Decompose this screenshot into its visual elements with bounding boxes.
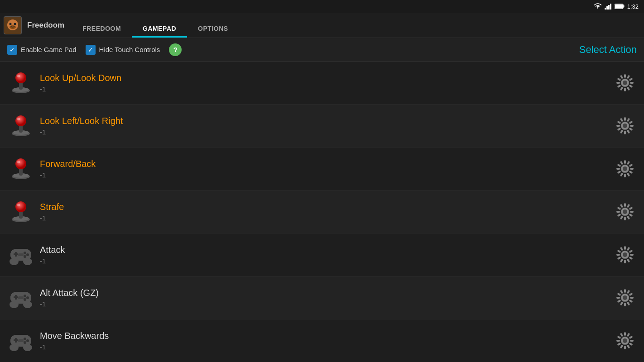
svg-line-67	[628, 162, 629, 163]
help-button[interactable]: ?	[169, 43, 182, 56]
svg-line-155	[621, 346, 622, 347]
svg-point-97	[10, 258, 19, 265]
action-item-attack[interactable]: Attack-1	[0, 233, 644, 276]
hide-touch-controls-label: Hide Touch Controls	[99, 46, 160, 53]
svg-point-10	[14, 23, 16, 25]
svg-line-68	[630, 165, 631, 166]
enable-gamepad-group: ✓ Enable Game Pad	[7, 45, 77, 55]
status-time: 1:32	[627, 3, 639, 10]
svg-rect-121	[18, 296, 24, 299]
svg-point-125	[623, 295, 627, 300]
action-item-look-up-down[interactable]: Look Up/Look Down-1	[0, 62, 644, 105]
gear-button-look-left-right[interactable]	[613, 114, 637, 138]
svg-point-34	[15, 115, 26, 126]
svg-line-134	[621, 291, 622, 292]
action-text-look-left-right: Look Left/Look Right-1	[40, 116, 613, 136]
svg-point-54	[17, 161, 20, 163]
svg-point-92	[24, 252, 26, 254]
svg-point-147	[10, 344, 19, 351]
tab-gamepad[interactable]: GAMEPAD	[132, 25, 187, 38]
hide-touch-controls-checkbox[interactable]: ✓	[86, 45, 96, 55]
gear-button-strafe[interactable]	[613, 200, 637, 224]
gear-button-move-backwards[interactable]	[613, 329, 637, 352]
gear-button-forward-back[interactable]	[613, 157, 637, 181]
svg-rect-146	[18, 339, 24, 342]
svg-line-77	[630, 215, 631, 216]
svg-line-84	[621, 205, 622, 206]
action-text-attack: Attack-1	[40, 245, 613, 265]
enable-gamepad-checkbox[interactable]: ✓	[7, 45, 17, 55]
gear-button-attack[interactable]	[613, 243, 637, 267]
tab-options[interactable]: OPTIONS	[187, 25, 239, 38]
gear-button-look-up-down[interactable]	[613, 71, 637, 95]
svg-line-80	[621, 217, 622, 218]
svg-rect-3	[610, 4, 611, 10]
action-value-forward-back: -1	[40, 171, 613, 179]
controls-bar: ✓ Enable Game Pad ✓ Hide Touch Controls …	[0, 38, 644, 62]
svg-line-81	[618, 215, 620, 216]
action-text-move-backwards: Move Backwards-1	[40, 331, 613, 351]
svg-line-62	[618, 172, 620, 173]
svg-point-118	[26, 296, 29, 299]
svg-line-43	[618, 129, 620, 130]
select-action-label[interactable]: Select Action	[579, 44, 637, 56]
svg-line-109	[621, 248, 622, 249]
svg-line-87	[630, 208, 631, 209]
svg-line-127	[630, 301, 631, 302]
tab-freedoom[interactable]: FREEDOOM	[72, 25, 132, 38]
svg-line-106	[618, 258, 620, 259]
svg-line-59	[628, 174, 629, 175]
action-title-attack: Attack	[40, 245, 613, 255]
svg-point-144	[24, 341, 26, 344]
svg-line-58	[630, 172, 631, 173]
wifi-icon	[594, 3, 602, 10]
svg-point-143	[26, 339, 29, 342]
svg-point-119	[24, 298, 26, 301]
battery-icon	[615, 4, 625, 9]
svg-line-152	[630, 344, 631, 345]
svg-point-37	[623, 124, 627, 128]
svg-point-18	[623, 81, 627, 85]
svg-line-105	[621, 260, 622, 261]
svg-point-148	[23, 344, 32, 351]
nav-tabs: FREEDOOM GAMEPAD OPTIONS	[72, 13, 239, 38]
svg-rect-116	[15, 295, 17, 300]
action-icon-look-left-right	[7, 112, 34, 139]
svg-point-98	[23, 258, 32, 265]
action-item-alt-attack[interactable]: Alt Attack (GZ)-1	[0, 276, 644, 319]
svg-line-103	[628, 260, 629, 261]
action-item-look-left-right[interactable]: Look Left/Look Right-1	[0, 105, 644, 148]
action-item-move-backwards[interactable]: Move Backwards-1	[0, 319, 644, 362]
svg-line-20	[630, 86, 631, 87]
action-text-look-up-down: Look Up/Look Down-1	[40, 73, 613, 93]
svg-rect-96	[18, 253, 24, 256]
svg-point-150	[623, 338, 627, 343]
svg-point-123	[23, 301, 32, 308]
svg-line-29	[628, 76, 629, 77]
gear-button-alt-attack[interactable]	[613, 286, 637, 310]
svg-rect-141	[15, 338, 17, 343]
svg-rect-6	[623, 5, 624, 8]
svg-line-159	[621, 334, 622, 335]
action-value-alt-attack: -1	[40, 300, 613, 308]
status-bar: 1:32	[594, 0, 644, 13]
svg-line-83	[618, 208, 620, 209]
svg-line-131	[618, 301, 620, 302]
svg-rect-5	[615, 5, 623, 8]
svg-point-117	[24, 295, 26, 297]
svg-line-26	[618, 79, 620, 80]
action-item-forward-back[interactable]: Forward/Back-1	[0, 148, 644, 191]
action-text-strafe: Strafe-1	[40, 202, 613, 222]
action-title-forward-back: Forward/Back	[40, 159, 613, 169]
svg-line-42	[621, 131, 622, 132]
action-item-strafe[interactable]: Strafe-1	[0, 191, 644, 233]
svg-line-65	[621, 162, 622, 163]
svg-point-100	[623, 252, 627, 257]
nav-logo	[0, 13, 25, 38]
svg-line-46	[621, 119, 622, 120]
svg-point-75	[623, 210, 627, 214]
svg-line-130	[621, 303, 622, 304]
svg-line-137	[630, 294, 631, 295]
action-text-forward-back: Forward/Back-1	[40, 159, 613, 179]
svg-line-86	[628, 205, 629, 206]
